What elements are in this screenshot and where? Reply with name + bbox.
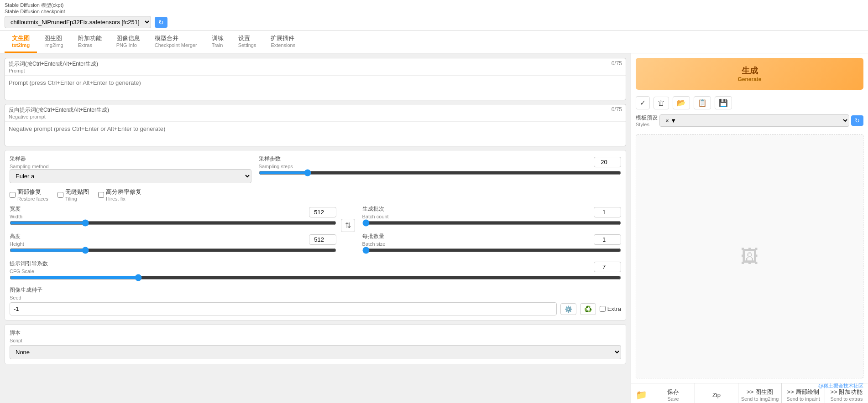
tab-img2img[interactable]: 图生图 img2img: [37, 31, 71, 53]
height-input[interactable]: [309, 234, 336, 245]
width-slider[interactable]: [10, 219, 336, 227]
image-placeholder-icon: 🖼: [741, 246, 759, 267]
prompt-count: 0/75: [612, 60, 622, 73]
sampling-method-sublabel: Sampling method: [10, 164, 251, 169]
negative-prompt-input[interactable]: [5, 122, 626, 145]
cfg-scale-slider[interactable]: [10, 274, 621, 281]
save-image-button[interactable]: 💾: [715, 96, 732, 109]
sampling-method-select[interactable]: Euler a: [10, 169, 251, 183]
model-subtitle-text: Stable Diffusion checkpoint: [5, 9, 65, 14]
cfg-scale-label: 提示词引导系数: [10, 260, 48, 268]
tab-checkpoint-merger[interactable]: 模型合并 Checkpoint Merger: [147, 31, 204, 53]
width-sublabel: Width: [10, 214, 22, 219]
batch-size-slider[interactable]: [362, 247, 621, 254]
trash-button[interactable]: 🗑: [654, 97, 669, 109]
sampling-steps-label: 采样步数: [259, 155, 293, 163]
sampling-steps-input[interactable]: [594, 157, 621, 167]
sampling-steps-slider[interactable]: [259, 169, 621, 176]
width-label: 宽度: [10, 205, 22, 213]
action-buttons-row: ✓ 🗑 📂 📋 💾: [631, 94, 868, 111]
seed-recycle-button[interactable]: ♻️: [580, 303, 596, 315]
height-slider[interactable]: [10, 247, 336, 254]
folder-open-button[interactable]: 📂: [673, 96, 690, 109]
tab-extensions[interactable]: 扩展插件 Extensions: [263, 31, 303, 53]
batch-size-label: 每批数量: [362, 232, 386, 240]
batch-count-sublabel: Batch count: [362, 214, 389, 219]
negative-prompt-sublabel: Negative prompt: [9, 114, 109, 119]
seed-label: 图像生成种子: [10, 286, 621, 294]
extra-checkbox[interactable]: Extra: [600, 305, 621, 312]
width-input[interactable]: [309, 207, 336, 217]
swap-dimensions-button[interactable]: ⇅: [341, 219, 355, 232]
negative-prompt-count: 0/75: [612, 106, 622, 119]
confirm-button[interactable]: ✓: [636, 96, 650, 109]
send-to-img2img-button[interactable]: >> 图生图 Send to img2img: [738, 383, 782, 403]
styles-refresh-button[interactable]: ↻: [851, 115, 863, 126]
negative-prompt-area: 反向提示词(按Ctrl+Enter或Alt+Enter生成) Negative …: [5, 104, 626, 146]
styles-select[interactable]: × ▼: [659, 114, 849, 127]
negative-prompt-label: 反向提示词(按Ctrl+Enter或Alt+Enter生成): [9, 106, 109, 114]
script-select[interactable]: None: [10, 345, 621, 359]
prompt-sublabel: Prompt: [9, 68, 98, 73]
batch-size-input[interactable]: [594, 234, 621, 245]
tab-settings[interactable]: 设置 Settings: [231, 31, 264, 53]
cfg-scale-input[interactable]: [594, 262, 621, 272]
open-folder-button[interactable]: 📁: [631, 383, 652, 403]
zip-button[interactable]: Zip: [695, 383, 738, 403]
tiling-checkbox[interactable]: 无缝贴图 Tiling: [58, 188, 89, 202]
seed-input[interactable]: [10, 302, 557, 315]
seed-dice-button[interactable]: ⚙️: [560, 303, 576, 315]
sampling-steps-sublabel: Sampling steps: [259, 164, 293, 169]
community-label: @稀土掘金技术社区: [818, 382, 863, 389]
copy-button[interactable]: 📋: [694, 96, 711, 109]
save-button[interactable]: 保存 Save: [652, 383, 695, 403]
tab-bar: 文生图 txt2img 图生图 img2img 附加功能 Extras 图像信息…: [0, 31, 868, 53]
image-output-area: 🖼: [636, 134, 863, 378]
batch-count-slider[interactable]: [362, 219, 621, 227]
height-sublabel: Height: [10, 241, 24, 247]
prompt-input[interactable]: [5, 76, 626, 98]
generate-button[interactable]: 生成 Generate: [636, 58, 863, 90]
styles-sublabel: Styles: [636, 122, 658, 127]
checkboxes-row: 面部修复 Restore faces 无缝贴图 Tiling 高分辨率修复: [10, 188, 621, 202]
seed-sublabel: Seed: [10, 295, 621, 300]
styles-label: 模板预设: [636, 114, 658, 122]
batch-count-input[interactable]: [594, 207, 621, 217]
height-label: 高度: [10, 232, 24, 240]
prompt-label: 提示词(按Ctrl+Enter或Alt+Enter生成): [9, 60, 98, 68]
tab-extras[interactable]: 附加功能 Extras: [71, 31, 109, 53]
model-title-text: Stable Diffusion 模型(ckpt): [5, 2, 63, 8]
script-sublabel: Script: [10, 338, 621, 343]
styles-row: 模板预设 Styles × ▼ ↻: [631, 111, 868, 130]
tab-png-info[interactable]: 图像信息 PNG Info: [109, 31, 147, 53]
tab-txt2img[interactable]: 文生图 txt2img: [5, 31, 37, 53]
model-refresh-button[interactable]: ↻: [155, 17, 167, 28]
restore-faces-checkbox[interactable]: 面部修复 Restore faces: [10, 188, 48, 202]
hires-fix-checkbox[interactable]: 高分辨率修复 Hires. fix: [98, 188, 141, 202]
cfg-scale-sublabel: CFG Scale: [10, 269, 48, 274]
batch-count-label: 生成批次: [362, 205, 389, 213]
tab-train[interactable]: 训练 Train: [204, 31, 231, 53]
batch-size-sublabel: Batch size: [362, 241, 386, 247]
sampling-method-label: 采样器: [10, 155, 251, 163]
model-title-label: Stable Diffusion 模型(ckpt) Stable Diffusi…: [5, 2, 863, 14]
script-label: 脚本: [10, 329, 621, 337]
prompt-area: 提示词(按Ctrl+Enter或Alt+Enter生成) Prompt 0/75: [5, 58, 626, 100]
model-select[interactable]: chilloutmix_NiPrunedFp32Fix.safetensors …: [5, 16, 151, 28]
